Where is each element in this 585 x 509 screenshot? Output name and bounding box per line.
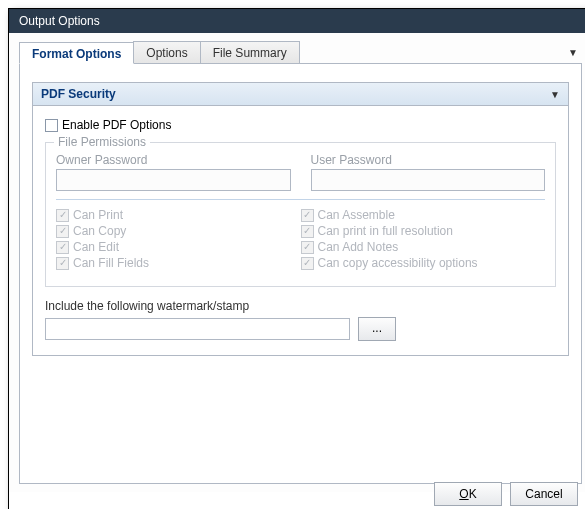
- can-edit-label: Can Edit: [73, 240, 119, 254]
- permissions-col-right: Can Assemble Can print in full resolutio…: [301, 206, 546, 272]
- can-print-checkbox: [56, 209, 69, 222]
- user-password-col: User Password: [311, 153, 546, 191]
- file-permissions-legend: File Permissions: [54, 135, 150, 149]
- tab-format-options[interactable]: Format Options: [19, 42, 134, 64]
- can-fill-fields-label: Can Fill Fields: [73, 256, 149, 270]
- can-assemble-label: Can Assemble: [318, 208, 395, 222]
- watermark-label: Include the following watermark/stamp: [45, 299, 556, 313]
- section-body-pdf-security: Enable PDF Options File Permissions Owne…: [32, 106, 569, 356]
- tab-pane-format-options: PDF Security ▼ Enable PDF Options File P…: [19, 64, 582, 484]
- output-options-dialog: Output Options Format Options Options Fi…: [8, 8, 585, 509]
- dialog-body: Format Options Options File Summary ▼ PD…: [9, 33, 585, 492]
- can-copy-label: Can Copy: [73, 224, 126, 238]
- enable-pdf-options-checkbox[interactable]: [45, 119, 58, 132]
- ok-button[interactable]: OK: [434, 482, 502, 506]
- can-copy-checkbox: [56, 225, 69, 238]
- top-tabs: Format Options Options File Summary ▼: [19, 41, 582, 64]
- can-print-full-label: Can print in full resolution: [318, 224, 453, 238]
- enable-pdf-options-row: Enable PDF Options: [45, 118, 556, 132]
- window-title: Output Options: [19, 14, 100, 28]
- permissions-col-left: Can Print Can Copy Can Edit Can Fill Fie…: [56, 206, 301, 272]
- watermark-section: Include the following watermark/stamp ..…: [45, 299, 556, 341]
- section-title: PDF Security: [41, 87, 116, 101]
- user-password-label: User Password: [311, 153, 546, 167]
- cancel-button[interactable]: Cancel: [510, 482, 578, 506]
- watermark-input[interactable]: [45, 318, 350, 340]
- can-copy-accessibility-label: Can copy accessibility options: [318, 256, 478, 270]
- tab-options[interactable]: Options: [133, 41, 200, 63]
- can-fill-fields-checkbox: [56, 257, 69, 270]
- titlebar: Output Options: [9, 9, 585, 33]
- can-print-label: Can Print: [73, 208, 123, 222]
- footer-buttons: OK Cancel: [434, 482, 578, 506]
- file-permissions-fieldset: File Permissions Owner Password User Pas…: [45, 142, 556, 287]
- can-copy-accessibility-checkbox: [301, 257, 314, 270]
- section-header-pdf-security[interactable]: PDF Security ▼: [32, 82, 569, 106]
- watermark-browse-button[interactable]: ...: [358, 317, 396, 341]
- owner-password-label: Owner Password: [56, 153, 291, 167]
- divider: [56, 199, 545, 200]
- tabs-overflow-icon[interactable]: ▼: [564, 47, 582, 58]
- password-row: Owner Password User Password: [56, 153, 545, 191]
- permissions-grid: Can Print Can Copy Can Edit Can Fill Fie…: [56, 206, 545, 272]
- owner-password-input[interactable]: [56, 169, 291, 191]
- can-print-full-checkbox: [301, 225, 314, 238]
- user-password-input[interactable]: [311, 169, 546, 191]
- owner-password-col: Owner Password: [56, 153, 291, 191]
- section-collapse-icon[interactable]: ▼: [550, 89, 560, 100]
- can-add-notes-label: Can Add Notes: [318, 240, 399, 254]
- enable-pdf-options-label: Enable PDF Options: [62, 118, 171, 132]
- can-edit-checkbox: [56, 241, 69, 254]
- can-assemble-checkbox: [301, 209, 314, 222]
- can-add-notes-checkbox: [301, 241, 314, 254]
- tab-file-summary[interactable]: File Summary: [200, 41, 300, 63]
